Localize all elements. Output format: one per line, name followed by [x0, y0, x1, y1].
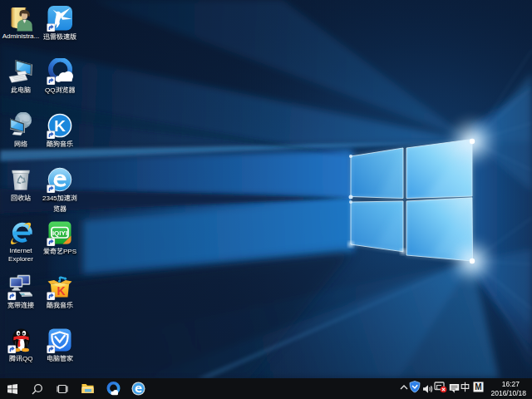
svg-text:K: K	[57, 284, 65, 298]
svg-text:iQIYI: iQIYI	[52, 229, 67, 237]
svg-text:2345: 2345	[42, 195, 57, 202]
svg-text:K: K	[54, 117, 66, 135]
svg-text:QQ: QQ	[45, 86, 55, 94]
svg-text:PPS: PPS	[63, 248, 76, 255]
svg-text:QQ: QQ	[22, 355, 32, 362]
